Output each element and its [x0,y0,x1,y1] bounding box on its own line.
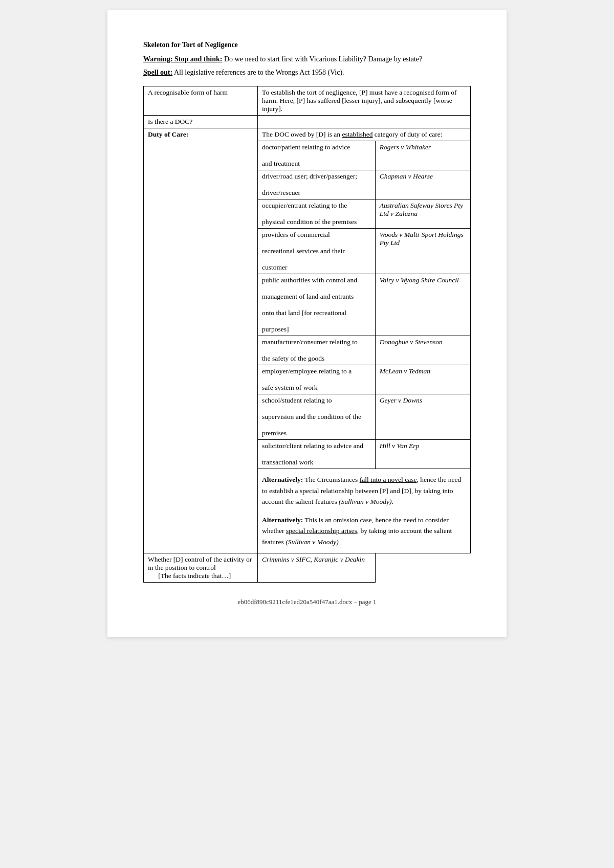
duty-of-care-label: Duty of Care: [148,130,188,138]
alt2-special-rel: special relationship arises [286,527,357,535]
control-right: Crimmins v SIFC, Karanjic v Deakin [258,553,376,582]
duty-right-3: Australian Safeway Stores Pty Ltd v Zalu… [375,199,470,229]
duty-right-4: Woods v Multi-Sport Holdings Pty Ltd [375,229,470,274]
alt1-citation: (Sullivan v Moody) [339,498,391,505]
control-row: Whether [D] control of the activity or i… [144,553,471,582]
alt1-label: Alternatively: [262,476,303,483]
duty-left-1: doctor/patient relating to adviceand tre… [258,141,376,170]
spell-out-label: Spell out: [143,69,172,76]
cell-doc-empty [258,116,471,128]
harm-text: To establish the tort of negligence, [P]… [262,88,456,113]
table-row: A recognisable form of harm To establish… [144,86,471,116]
duty-left-7: employer/employee relating to asafe syst… [258,365,376,394]
cell-duty-label: Duty of Care: [144,128,258,553]
duty-left-8: school/student relating tosupervision an… [258,394,376,440]
duty-right-5: Vairy v Wyong Shire Council [375,274,470,336]
duty-left-4: providers of commercialrecreational serv… [258,229,376,274]
warning-label: Warning: Stop and think: [143,55,222,63]
alt1-paragraph: Alternatively: The Circumstances fall in… [262,474,466,507]
alternatively-cell-1: Alternatively: The Circumstances fall in… [258,469,471,553]
cell-doc-question: Is there a DOC? [144,116,258,128]
cell-label-harm: A recognisable form of harm [144,86,258,116]
established-underline: established [342,130,372,138]
duty-left-9: solicitor/client relating to advice andt… [258,440,376,469]
duty-right-2: Chapman v Hearse [375,170,470,199]
page: Skeleton for Tort of Negligence Warning:… [107,10,507,637]
duty-left-3: occupier/entrant relating to thephysical… [258,199,376,229]
duty-right-6: Donoghue v Stevenson [375,336,470,365]
doc-title: Skeleton for Tort of Negligence [143,41,471,49]
table-row-doc-section: Duty of Care: The DOC owed by [D] is an … [144,128,471,141]
alt2-label: Alternatively: [262,516,303,524]
duty-left-2: driver/road user; driver/passenger;drive… [258,170,376,199]
duty-right-1: Rogers v Whitaker [375,141,470,170]
duty-right-7: McLean v Tedman [375,365,470,394]
cell-harm-text: To establish the tort of negligence, [P]… [258,86,471,116]
alt2-omission: an omission case [325,516,371,524]
spell-out-text: All legislative references are to the Wr… [172,69,344,76]
doc-intro-text: The DOC owed by [D] is an established ca… [262,130,442,138]
harm-label: A recognisable form of harm [148,88,228,96]
alt2-citation: (Sullivan v Moody) [286,538,338,546]
duty-left-6: manufacturer/consumer relating tothe saf… [258,336,376,365]
duty-left-5: public authorities with control andmanag… [258,274,376,336]
control-left: Whether [D] control of the activity or i… [144,553,258,582]
alt1-novel-case: fall into a novel case [360,476,417,483]
main-table: A recognisable form of harm To establish… [143,86,471,583]
doc-question: Is there a DOC? [148,118,192,125]
table-row-doc-question: Is there a DOC? [144,116,471,128]
footer: eb06df890c9211cfe1ed20a540f47aa1.docx – … [143,598,471,606]
duty-right-8: Geyer v Downs [375,394,470,440]
cell-doc-intro: The DOC owed by [D] is an established ca… [258,128,471,141]
alt2-paragraph: Alternatively: This is an omission case,… [262,515,466,548]
spell-out-line: Spell out: All legislative references ar… [143,69,471,77]
warning-text: Do we need to start first with Vicarious… [222,55,422,63]
warning-line: Warning: Stop and think: Do we need to s… [143,55,471,63]
duty-right-9: Hill v Van Erp [375,440,470,469]
